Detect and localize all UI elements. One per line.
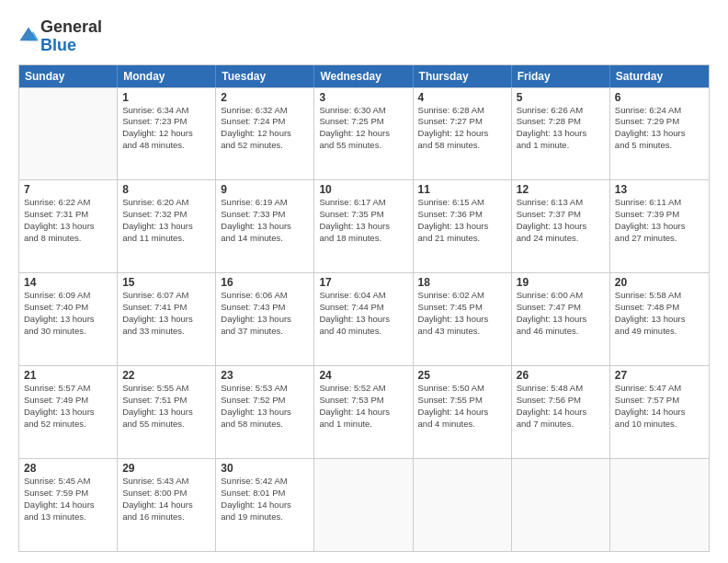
cell-info-text: Sunrise: 6:04 AM Sunset: 7:44 PM Dayligh… [319, 290, 407, 337]
cell-info-text: Sunrise: 6:09 AM Sunset: 7:40 PM Dayligh… [24, 290, 112, 337]
calendar-body: 1Sunrise: 6:34 AM Sunset: 7:23 PM Daylig… [19, 87, 709, 551]
calendar-cell: 15Sunrise: 6:07 AM Sunset: 7:41 PM Dayli… [118, 273, 216, 365]
calendar-cell [314, 459, 413, 551]
calendar-cell: 3Sunrise: 6:30 AM Sunset: 7:25 PM Daylig… [314, 88, 413, 180]
header-day-friday: Friday [512, 65, 610, 87]
calendar-cell: 18Sunrise: 6:02 AM Sunset: 7:45 PM Dayli… [414, 273, 512, 365]
header-day-saturday: Saturday [610, 65, 709, 87]
calendar: SundayMondayTuesdayWednesdayThursdayFrid… [18, 64, 710, 552]
cell-info-text: Sunrise: 6:28 AM Sunset: 7:27 PM Dayligh… [418, 105, 506, 152]
cell-date-number: 11 [418, 183, 506, 196]
cell-date-number: 3 [319, 91, 407, 104]
calendar-cell: 28Sunrise: 5:45 AM Sunset: 7:59 PM Dayli… [19, 459, 118, 551]
logo-text-general: General [40, 18, 102, 37]
calendar-cell: 7Sunrise: 6:22 AM Sunset: 7:31 PM Daylig… [19, 180, 118, 272]
calendar-cell [19, 88, 118, 180]
cell-date-number: 24 [319, 369, 407, 382]
calendar-cell: 1Sunrise: 6:34 AM Sunset: 7:23 PM Daylig… [118, 88, 216, 180]
calendar-cell: 21Sunrise: 5:57 AM Sunset: 7:49 PM Dayli… [19, 366, 118, 458]
cell-date-number: 6 [615, 91, 704, 104]
calendar-cell: 22Sunrise: 5:55 AM Sunset: 7:51 PM Dayli… [118, 366, 216, 458]
cell-info-text: Sunrise: 6:32 AM Sunset: 7:24 PM Dayligh… [221, 105, 309, 152]
cell-info-text: Sunrise: 6:00 AM Sunset: 7:47 PM Dayligh… [517, 290, 605, 337]
logo-text-blue: Blue [40, 37, 102, 55]
cell-date-number: 23 [221, 369, 309, 382]
cell-info-text: Sunrise: 6:30 AM Sunset: 7:25 PM Dayligh… [319, 105, 407, 152]
cell-info-text: Sunrise: 6:22 AM Sunset: 7:31 PM Dayligh… [24, 197, 112, 244]
cell-date-number: 12 [517, 183, 605, 196]
cell-info-text: Sunrise: 5:48 AM Sunset: 7:56 PM Dayligh… [517, 383, 605, 430]
calendar-cell: 20Sunrise: 5:58 AM Sunset: 7:48 PM Dayli… [610, 273, 709, 365]
cell-date-number: 20 [615, 276, 704, 289]
cell-date-number: 17 [319, 276, 407, 289]
cell-date-number: 14 [24, 276, 112, 289]
cell-date-number: 9 [221, 183, 309, 196]
cell-date-number: 2 [221, 91, 309, 104]
header-day-sunday: Sunday [19, 65, 118, 87]
cell-info-text: Sunrise: 5:43 AM Sunset: 8:00 PM Dayligh… [122, 476, 210, 523]
cell-info-text: Sunrise: 5:55 AM Sunset: 7:51 PM Dayligh… [122, 383, 210, 430]
calendar-cell: 24Sunrise: 5:52 AM Sunset: 7:53 PM Dayli… [314, 366, 413, 458]
calendar-cell: 25Sunrise: 5:50 AM Sunset: 7:55 PM Dayli… [414, 366, 512, 458]
calendar-cell: 12Sunrise: 6:13 AM Sunset: 7:37 PM Dayli… [512, 180, 610, 272]
cell-date-number: 10 [319, 183, 407, 196]
cell-date-number: 1 [122, 91, 210, 104]
calendar-row-4: 21Sunrise: 5:57 AM Sunset: 7:49 PM Dayli… [19, 365, 709, 458]
calendar-cell: 30Sunrise: 5:42 AM Sunset: 8:01 PM Dayli… [216, 459, 314, 551]
cell-info-text: Sunrise: 6:17 AM Sunset: 7:35 PM Dayligh… [319, 197, 407, 244]
calendar-cell: 16Sunrise: 6:06 AM Sunset: 7:43 PM Dayli… [216, 273, 314, 365]
cell-info-text: Sunrise: 6:26 AM Sunset: 7:28 PM Dayligh… [517, 105, 605, 152]
cell-info-text: Sunrise: 5:58 AM Sunset: 7:48 PM Dayligh… [615, 290, 704, 337]
cell-date-number: 21 [24, 369, 112, 382]
cell-info-text: Sunrise: 6:34 AM Sunset: 7:23 PM Dayligh… [122, 105, 210, 152]
calendar-cell: 17Sunrise: 6:04 AM Sunset: 7:44 PM Dayli… [314, 273, 413, 365]
logo-icon [18, 26, 39, 46]
cell-info-text: Sunrise: 6:06 AM Sunset: 7:43 PM Dayligh… [221, 290, 309, 337]
calendar-cell: 6Sunrise: 6:24 AM Sunset: 7:29 PM Daylig… [610, 88, 709, 180]
calendar-cell: 13Sunrise: 6:11 AM Sunset: 7:39 PM Dayli… [610, 180, 709, 272]
cell-date-number: 8 [122, 183, 210, 196]
calendar-cell: 26Sunrise: 5:48 AM Sunset: 7:56 PM Dayli… [512, 366, 610, 458]
cell-info-text: Sunrise: 6:24 AM Sunset: 7:29 PM Dayligh… [615, 105, 704, 152]
calendar-cell [414, 459, 512, 551]
cell-date-number: 29 [122, 462, 210, 475]
calendar-cell: 8Sunrise: 6:20 AM Sunset: 7:32 PM Daylig… [118, 180, 216, 272]
calendar-row-3: 14Sunrise: 6:09 AM Sunset: 7:40 PM Dayli… [19, 272, 709, 365]
calendar-cell: 4Sunrise: 6:28 AM Sunset: 7:27 PM Daylig… [414, 88, 512, 180]
cell-date-number: 19 [517, 276, 605, 289]
cell-date-number: 30 [221, 462, 309, 475]
cell-date-number: 27 [615, 369, 704, 382]
cell-date-number: 18 [418, 276, 506, 289]
cell-info-text: Sunrise: 5:57 AM Sunset: 7:49 PM Dayligh… [24, 383, 112, 430]
cell-info-text: Sunrise: 5:50 AM Sunset: 7:55 PM Dayligh… [418, 383, 506, 430]
calendar-cell: 23Sunrise: 5:53 AM Sunset: 7:52 PM Dayli… [216, 366, 314, 458]
cell-info-text: Sunrise: 6:20 AM Sunset: 7:32 PM Dayligh… [122, 197, 210, 244]
cell-date-number: 15 [122, 276, 210, 289]
cell-date-number: 4 [418, 91, 506, 104]
header-day-thursday: Thursday [414, 65, 512, 87]
cell-date-number: 26 [517, 369, 605, 382]
calendar-cell [512, 459, 610, 551]
cell-info-text: Sunrise: 6:11 AM Sunset: 7:39 PM Dayligh… [615, 197, 704, 244]
logo: General Blue [18, 18, 102, 55]
cell-info-text: Sunrise: 5:53 AM Sunset: 7:52 PM Dayligh… [221, 383, 309, 430]
header-day-wednesday: Wednesday [314, 65, 413, 87]
cell-info-text: Sunrise: 5:52 AM Sunset: 7:53 PM Dayligh… [319, 383, 407, 430]
calendar-cell: 14Sunrise: 6:09 AM Sunset: 7:40 PM Dayli… [19, 273, 118, 365]
calendar-header: SundayMondayTuesdayWednesdayThursdayFrid… [19, 65, 709, 87]
cell-info-text: Sunrise: 6:07 AM Sunset: 7:41 PM Dayligh… [122, 290, 210, 337]
cell-info-text: Sunrise: 6:02 AM Sunset: 7:45 PM Dayligh… [418, 290, 506, 337]
calendar-cell [610, 459, 709, 551]
cell-info-text: Sunrise: 5:45 AM Sunset: 7:59 PM Dayligh… [24, 476, 112, 523]
cell-date-number: 25 [418, 369, 506, 382]
page: General Blue SundayMondayTuesdayWednesda… [0, 0, 728, 563]
calendar-cell: 10Sunrise: 6:17 AM Sunset: 7:35 PM Dayli… [314, 180, 413, 272]
cell-date-number: 16 [221, 276, 309, 289]
cell-date-number: 22 [122, 369, 210, 382]
calendar-cell: 29Sunrise: 5:43 AM Sunset: 8:00 PM Dayli… [118, 459, 216, 551]
header: General Blue [18, 15, 710, 55]
calendar-cell: 27Sunrise: 5:47 AM Sunset: 7:57 PM Dayli… [610, 366, 709, 458]
calendar-cell: 19Sunrise: 6:00 AM Sunset: 7:47 PM Dayli… [512, 273, 610, 365]
calendar-row-5: 28Sunrise: 5:45 AM Sunset: 7:59 PM Dayli… [19, 458, 709, 551]
calendar-cell: 5Sunrise: 6:26 AM Sunset: 7:28 PM Daylig… [512, 88, 610, 180]
